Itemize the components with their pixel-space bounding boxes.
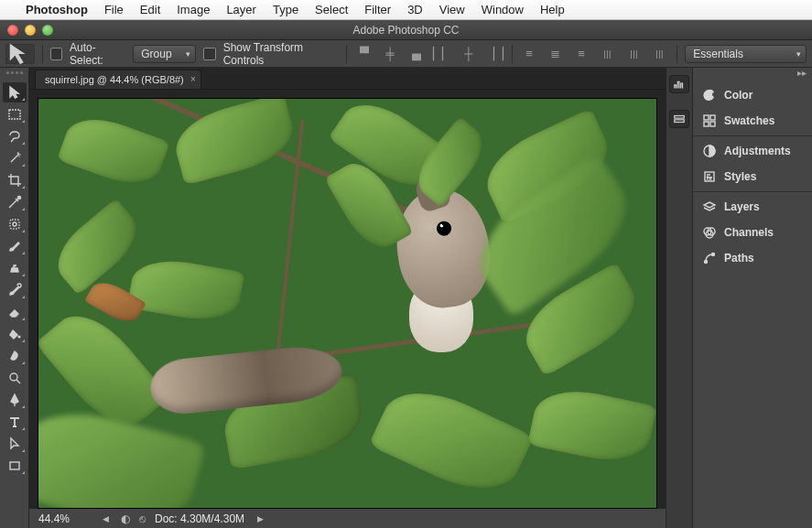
workspace-selected: Essentials xyxy=(693,48,743,60)
menu-filter[interactable]: Filter xyxy=(364,3,391,16)
menu-select[interactable]: Select xyxy=(315,3,348,16)
magic-wand-tool[interactable] xyxy=(3,148,27,168)
navigator-panel-icon[interactable] xyxy=(669,110,689,128)
workspace-switcher-dropdown[interactable]: Essentials xyxy=(685,45,807,63)
show-transform-label: Show Transform Controls xyxy=(223,41,340,67)
distribute-right-icon[interactable]: ⫼ xyxy=(651,45,670,63)
menu-edit[interactable]: Edit xyxy=(140,3,160,16)
menu-3d[interactable]: 3D xyxy=(407,3,423,16)
layers-icon xyxy=(702,199,717,214)
swatches-panel-tab[interactable]: Swatches xyxy=(693,108,812,134)
svg-rect-0 xyxy=(9,110,20,119)
collapse-panels-icon[interactable]: ▸▸ xyxy=(693,68,812,81)
separator xyxy=(346,45,347,63)
menu-type[interactable]: Type xyxy=(273,3,298,16)
window-title: Adobe Photoshop CC xyxy=(0,24,812,37)
toolbox xyxy=(0,68,29,528)
distribute-h-center-icon[interactable]: ⫼ xyxy=(624,45,644,63)
histogram-panel-icon[interactable] xyxy=(669,75,689,93)
distribute-left-icon[interactable]: ⫼ xyxy=(598,45,617,63)
rectangle-tool[interactable] xyxy=(3,456,27,476)
window-zoom-button[interactable] xyxy=(42,25,53,36)
zoom-tool[interactable] xyxy=(3,368,27,388)
clone-stamp-tool[interactable] xyxy=(3,258,27,278)
menu-window[interactable]: Window xyxy=(482,3,524,16)
paths-panel-tab[interactable]: Paths xyxy=(693,245,812,271)
collapsed-panel-strip xyxy=(666,68,693,528)
eraser-tool[interactable] xyxy=(3,302,27,322)
svg-point-3 xyxy=(13,222,16,226)
show-transform-checkbox[interactable] xyxy=(203,48,215,60)
app-name[interactable]: Photoshop xyxy=(26,3,88,16)
channels-panel-tab[interactable]: Channels xyxy=(693,220,812,245)
crop-tool[interactable] xyxy=(3,170,27,190)
svg-point-10 xyxy=(708,92,709,93)
status-bar: 44.4% ◀ ◐ ⎋ Doc: 4.30M/4.30M ▶ xyxy=(29,508,666,528)
status-menu-icon[interactable]: ▶ xyxy=(254,514,266,523)
history-brush-tool[interactable] xyxy=(3,280,27,300)
menu-file[interactable]: File xyxy=(104,3,124,16)
canvas[interactable] xyxy=(38,99,656,508)
adjustments-panel-tab[interactable]: Adjustments xyxy=(693,138,812,164)
menu-image[interactable]: Image xyxy=(177,3,210,16)
distribute-bottom-icon[interactable]: ≡ xyxy=(572,45,591,63)
distribute-top-icon[interactable]: ≡ xyxy=(520,45,539,63)
separator xyxy=(42,45,43,63)
menu-view[interactable]: View xyxy=(439,3,465,16)
svg-point-11 xyxy=(710,92,712,93)
rectangular-marquee-tool[interactable] xyxy=(3,104,27,124)
adjustments-icon xyxy=(702,144,717,158)
align-horizontal-centers-icon[interactable]: ┼ xyxy=(460,45,479,63)
smudge-tool[interactable] xyxy=(3,346,27,366)
brush-tool[interactable] xyxy=(3,236,27,256)
align-top-edges-icon[interactable]: ▝▘ xyxy=(354,45,374,63)
align-left-edges-icon[interactable]: ▏▏ xyxy=(433,45,452,63)
svg-rect-7 xyxy=(675,116,685,119)
separator xyxy=(677,45,677,63)
color-panel-tab[interactable]: Color xyxy=(693,82,812,108)
auto-select-mode-dropdown[interactable]: Group xyxy=(133,45,196,63)
align-bottom-edges-icon[interactable]: ▗▖ xyxy=(406,45,426,63)
panel-label: Paths xyxy=(724,252,754,264)
doc-size-label: Doc: 4.30M/4.30M xyxy=(155,512,244,525)
styles-panel-tab[interactable]: fx Styles xyxy=(693,164,812,189)
document-tab[interactable]: squirrel.jpg @ 44.4% (RGB/8#) × xyxy=(35,70,201,89)
exposure-icon[interactable]: ◐ xyxy=(121,512,130,525)
svg-point-4 xyxy=(17,335,20,338)
healing-brush-tool[interactable] xyxy=(3,214,27,234)
svg-rect-2 xyxy=(10,220,19,229)
eyedropper-tool[interactable] xyxy=(3,192,27,212)
document-tabs: squirrel.jpg @ 44.4% (RGB/8#) × xyxy=(29,68,666,90)
pen-tool[interactable] xyxy=(3,390,27,410)
svg-rect-6 xyxy=(10,462,19,469)
type-tool[interactable] xyxy=(3,412,27,432)
zoom-level[interactable]: 44.4% xyxy=(38,512,90,525)
window-minimize-button[interactable] xyxy=(25,25,36,36)
toolbox-grip[interactable] xyxy=(2,71,27,79)
lasso-tool[interactable] xyxy=(3,126,27,146)
paint-bucket-tool[interactable] xyxy=(3,324,27,344)
document-tab-label: squirrel.jpg @ 44.4% (RGB/8#) xyxy=(45,74,184,85)
menu-layer[interactable]: Layer xyxy=(226,3,256,16)
auto-select-mode-value: Group xyxy=(141,48,171,60)
paths-icon xyxy=(702,251,717,265)
panel-label: Styles xyxy=(724,170,756,183)
current-tool-indicator[interactable] xyxy=(5,44,35,64)
svg-rect-13 xyxy=(710,115,715,120)
align-right-edges-icon[interactable]: ▕▕ xyxy=(485,45,504,63)
auto-select-label: Auto-Select: xyxy=(70,41,125,67)
path-selection-tool[interactable] xyxy=(3,434,27,454)
align-vertical-centers-icon[interactable]: ╪ xyxy=(381,45,400,63)
svg-rect-12 xyxy=(704,115,709,120)
panel-label: Color xyxy=(724,89,752,102)
distribute-v-center-icon[interactable]: ≣ xyxy=(546,45,565,63)
panel-label: Adjustments xyxy=(724,145,791,157)
move-tool[interactable] xyxy=(3,82,27,102)
zoom-step-left-icon[interactable]: ◀ xyxy=(99,514,112,523)
share-icon[interactable]: ⎋ xyxy=(139,512,146,525)
window-close-button[interactable] xyxy=(7,25,18,36)
auto-select-checkbox[interactable] xyxy=(50,48,62,60)
menu-help[interactable]: Help xyxy=(540,3,565,16)
close-tab-icon[interactable]: × xyxy=(190,74,196,84)
layers-panel-tab[interactable]: Layers xyxy=(693,194,812,220)
